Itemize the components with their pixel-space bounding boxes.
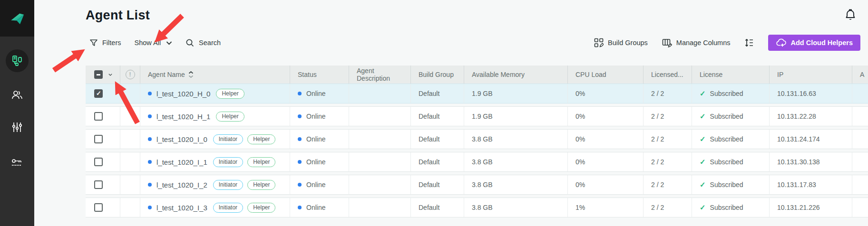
build-groups-button[interactable]: Build Groups [594, 38, 648, 47]
ip-address: 10.131.30.138 [770, 152, 852, 171]
row-height-icon [744, 38, 754, 47]
filters-button[interactable]: Filters [89, 38, 121, 47]
search-icon [185, 38, 195, 47]
build-group: Default [411, 198, 464, 217]
licensed-count: 2 / 2 [644, 84, 692, 103]
sidebar-item-license[interactable] [6, 151, 29, 174]
agent-name: l_test_1020_I_3 [156, 204, 207, 212]
build-group: Default [411, 175, 464, 194]
notifications-button[interactable] [844, 9, 857, 22]
search-button[interactable]: Search [185, 38, 221, 47]
table-row[interactable]: l_test_1020_I_0 InitiatorHelper Online D… [86, 129, 868, 149]
role-badge: Helper [216, 89, 244, 99]
alert-cell [120, 198, 140, 217]
table-row[interactable]: l_test_1020_H_1 Helper Online Default 1.… [86, 106, 868, 126]
status-cell: Online [290, 130, 349, 149]
cpu-load: 0% [568, 152, 644, 171]
row-checkbox[interactable] [94, 203, 103, 212]
filters-label: Filters [102, 39, 121, 47]
alert-cell [120, 107, 140, 126]
check-icon: ✓ [700, 180, 706, 189]
available-memory: 3.8 GB [464, 198, 568, 217]
sort-icon[interactable] [188, 71, 194, 78]
agent-dot-icon [148, 137, 152, 141]
show-all-label: Show All [134, 39, 161, 47]
license-cell: ✓ Subscribed [692, 84, 770, 103]
role-badges: InitiatorHelper [213, 203, 276, 213]
row-checkbox[interactable] [94, 89, 103, 98]
build-groups-label: Build Groups [608, 39, 648, 47]
license-cell: ✓ Subscribed [692, 107, 770, 126]
agent-name: l_test_1020_I_1 [156, 158, 207, 166]
build-group: Default [411, 84, 464, 103]
role-badges: InitiatorHelper [213, 157, 276, 167]
column-header-description[interactable]: Agent Description [349, 66, 411, 84]
agent-description [349, 152, 411, 171]
agent-dot-icon [148, 160, 152, 164]
alert-cell [120, 152, 140, 171]
show-all-dropdown[interactable]: Show All [134, 39, 172, 47]
column-header-ip[interactable]: IP [770, 66, 852, 84]
agent-name: l_test_1020_I_2 [156, 181, 207, 189]
license-cell: ✓ Subscribed [692, 130, 770, 149]
online-dot-icon [298, 92, 302, 95]
row-height-button[interactable] [744, 38, 754, 47]
select-all-checkbox[interactable] [94, 70, 103, 79]
row-checkbox[interactable] [94, 112, 103, 121]
role-badge: Helper [247, 203, 275, 213]
app-logo[interactable] [0, 0, 34, 37]
available-memory: 3.8 GB [464, 130, 568, 149]
extra-cell [852, 152, 868, 171]
sidebar-item-agents[interactable] [6, 49, 29, 72]
license-cell: ✓ Subscribed [692, 152, 770, 171]
status-cell: Online [290, 152, 349, 171]
column-header-agent-name[interactable]: Agent Name [140, 66, 290, 84]
licensed-count: 2 / 2 [644, 198, 692, 217]
agent-name-cell: l_test_1020_H_0 Helper [140, 84, 290, 103]
license-status: Subscribed [710, 113, 743, 120]
column-header-truncated[interactable]: A [852, 66, 868, 84]
column-header-memory[interactable]: Available Memory [464, 66, 568, 84]
agent-dot-icon [148, 183, 152, 187]
check-icon: ✓ [700, 135, 706, 143]
table-row[interactable]: l_test_1020_I_2 InitiatorHelper Online D… [86, 175, 868, 195]
status-cell: Online [290, 107, 349, 126]
status-label: Online [306, 158, 325, 166]
add-cloud-helpers-button[interactable]: Add Cloud Helpers [768, 35, 860, 51]
filter-icon [89, 38, 98, 47]
license-status: Subscribed [710, 204, 743, 211]
row-checkbox[interactable] [94, 180, 103, 189]
extra-cell [852, 175, 868, 194]
online-dot-icon [298, 206, 302, 209]
users-icon [11, 89, 23, 101]
ip-address: 10.131.21.226 [770, 198, 852, 217]
chevron-down-icon [166, 41, 172, 45]
agent-name: l_test_1020_H_1 [156, 113, 210, 121]
table-row[interactable]: l_test_1020_H_0 Helper Online Default 1.… [86, 84, 868, 104]
chevron-down-icon[interactable] [108, 73, 112, 77]
agent-name-cell: l_test_1020_I_0 InitiatorHelper [140, 130, 290, 149]
alert-column-icon: ! [126, 70, 135, 79]
table-row[interactable]: l_test_1020_I_1 InitiatorHelper Online D… [86, 152, 868, 172]
role-badges: InitiatorHelper [213, 180, 276, 190]
row-checkbox[interactable] [94, 135, 103, 143]
column-header-license[interactable]: License [692, 66, 770, 84]
licensed-count: 2 / 2 [644, 130, 692, 149]
ip-address: 10.131.17.83 [770, 175, 852, 194]
column-header-build-group[interactable]: Build Group [411, 66, 464, 84]
arrow-to-filters [54, 56, 76, 70]
sidebar-item-settings[interactable] [6, 116, 29, 139]
agent-name: l_test_1020_H_0 [156, 90, 210, 98]
column-header-cpu[interactable]: CPU Load [568, 66, 644, 84]
manage-columns-button[interactable]: Manage Columns [662, 38, 731, 47]
sidebar-item-users[interactable] [6, 84, 29, 106]
status-label: Online [306, 135, 325, 143]
ip-address: 10.131.22.28 [770, 107, 852, 126]
column-header-licensed[interactable]: Licensed... [644, 66, 692, 84]
column-header-status[interactable]: Status [290, 66, 349, 84]
row-checkbox[interactable] [94, 158, 103, 166]
licensed-count: 2 / 2 [644, 152, 692, 171]
available-memory: 3.8 GB [464, 175, 568, 194]
extra-cell [852, 84, 868, 103]
table-row[interactable]: l_test_1020_I_3 InitiatorHelper Online D… [86, 198, 868, 217]
